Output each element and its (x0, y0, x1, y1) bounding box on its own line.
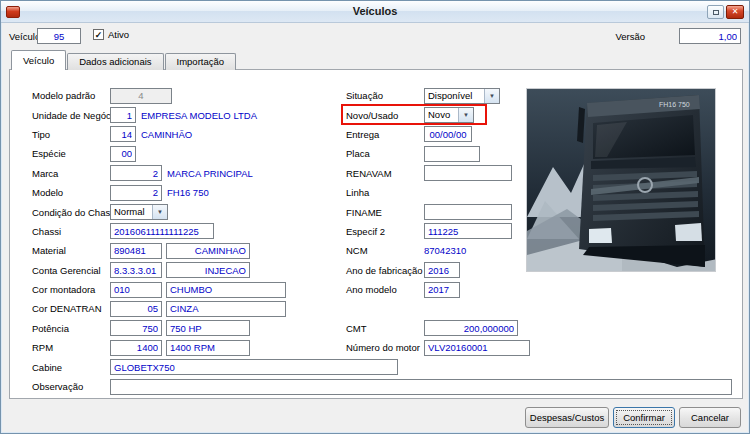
condicao-chassi-label: Condição do Chassi (32, 207, 110, 218)
vehicle-photo: FH16 750 (526, 88, 716, 272)
confirmar-button[interactable]: Confirmar (613, 407, 675, 428)
situacao-select[interactable]: Disponível ▼ (424, 88, 500, 104)
modelo-padrao-label: Modelo padrão (32, 90, 110, 101)
situacao-value: Disponível (425, 89, 484, 103)
material-label: Material (32, 245, 110, 256)
maximize-button[interactable] (707, 5, 724, 19)
conta-gerencial-desc-input[interactable] (166, 262, 250, 278)
material-desc-input[interactable] (166, 243, 250, 259)
tab-bar: Veículo Dados adicionais Importação (11, 50, 237, 70)
conta-gerencial-label: Conta Gerencial (32, 265, 110, 276)
renavam-input[interactable] (424, 165, 512, 181)
tab-veiculo[interactable]: Veículo (11, 50, 66, 70)
especif2-input[interactable] (424, 223, 512, 239)
close-button[interactable]: ✕ (726, 5, 744, 19)
truck-image: FH16 750 (527, 89, 716, 272)
tab-importacao[interactable]: Importação (165, 53, 237, 70)
cor-denatran-label: Cor DENATRAN (32, 303, 110, 314)
novo-usado-select[interactable]: Novo ▼ (424, 107, 474, 123)
ano-fabricacao-input[interactable] (424, 262, 460, 278)
modelo-desc: FH16 750 (167, 187, 209, 198)
potencia-code-input[interactable] (110, 320, 162, 336)
chevron-down-icon[interactable]: ▼ (152, 205, 167, 219)
especie-code-input[interactable] (110, 146, 136, 162)
observacao-input[interactable] (110, 379, 732, 395)
modelo-padrao-input (110, 88, 172, 104)
chassi-label: Chassi (32, 226, 110, 237)
ano-modelo-input[interactable] (424, 282, 460, 298)
vehicles-window: Veículos ✕ Veículo ✓ Ativo Versão Veícul… (0, 0, 750, 434)
marca-code-input[interactable] (110, 165, 162, 181)
entrega-input[interactable] (424, 126, 472, 142)
rpm-desc-input[interactable] (166, 340, 250, 356)
cabine-label: Cabine (32, 362, 110, 373)
cabine-input[interactable] (110, 359, 398, 375)
active-checkbox[interactable]: ✓ (93, 29, 104, 40)
cor-denatran-desc-input[interactable] (166, 301, 286, 317)
numero-motor-row: Número do motor (346, 338, 606, 357)
vehicle-id-input[interactable] (37, 28, 81, 44)
tipo-desc: CAMINHÃO (141, 129, 192, 140)
conta-gerencial-code-input[interactable] (110, 262, 162, 278)
titlebar: Veículos ✕ (1, 1, 749, 23)
tipo-label: Tipo (32, 129, 110, 140)
close-icon: ✕ (732, 7, 739, 16)
unidade-negocio-desc: EMPRESA MODELO LTDA (141, 110, 257, 121)
potencia-desc-input[interactable] (166, 320, 250, 336)
cmt-input[interactable] (424, 320, 518, 336)
marca-desc: MARCA PRINCIPAL (167, 168, 253, 179)
novo-usado-label: Novo/Usado (346, 110, 424, 121)
especie-label: Espécie (32, 148, 110, 159)
active-label: Ativo (108, 29, 129, 40)
situacao-label: Situação (346, 90, 424, 101)
check-icon: ✓ (95, 30, 103, 40)
empty-row (346, 299, 606, 318)
vehicle-tab-page: Modelo padrão Unidade de Negócio EMPRESA… (9, 69, 743, 399)
observacao-row: Observação (32, 377, 732, 396)
unidade-negocio-label: Unidade de Negócio (32, 110, 110, 121)
ncm-label: NCM (346, 245, 424, 256)
cancelar-button[interactable]: Cancelar (679, 407, 741, 428)
cmt-label: CMT (346, 323, 424, 334)
version-label: Versão (615, 31, 645, 42)
numero-motor-input[interactable] (424, 340, 530, 356)
marca-label: Marca (32, 168, 110, 179)
despesas-custos-button[interactable]: Despesas/Custos (525, 407, 609, 428)
vehicle-id-label: Veículo (9, 31, 40, 42)
chevron-down-icon[interactable]: ▼ (484, 89, 499, 103)
truck-badge: FH16 750 (659, 101, 690, 108)
cor-denatran-code-input[interactable] (110, 301, 162, 317)
modelo-label: Modelo (32, 187, 110, 198)
window-title: Veículos (1, 5, 749, 17)
condicao-chassi-select[interactable]: Normal ▼ (110, 204, 168, 220)
ncm-value: 87042310 (424, 245, 466, 256)
entrega-label: Entrega (346, 129, 424, 140)
ano-modelo-row: Ano modelo (346, 280, 606, 299)
finame-label: FINAME (346, 207, 424, 218)
ano-fabricacao-label: Ano de fabricação (346, 265, 424, 276)
placa-input[interactable] (424, 146, 480, 162)
chassi-input[interactable] (110, 223, 214, 239)
condicao-chassi-value: Normal (111, 205, 152, 219)
potencia-label: Potência (32, 323, 110, 334)
unidade-negocio-code-input[interactable] (110, 107, 136, 123)
finame-input[interactable] (424, 204, 512, 220)
active-checkbox-group: ✓ Ativo (93, 29, 129, 40)
modelo-code-input[interactable] (110, 185, 162, 201)
cor-montadora-desc-input[interactable] (166, 282, 286, 298)
observacao-label: Observação (32, 381, 110, 392)
tab-dados-adicionais[interactable]: Dados adicionais (67, 53, 163, 70)
cmt-row: CMT (346, 319, 606, 338)
maximize-icon (713, 10, 719, 15)
chevron-down-icon[interactable]: ▼ (458, 108, 473, 122)
numero-motor-label: Número do motor (346, 342, 424, 353)
cor-montadora-code-input[interactable] (110, 282, 162, 298)
tipo-code-input[interactable] (110, 126, 136, 142)
cor-montadora-label: Cor montadora (32, 284, 110, 295)
especif2-label: Especif 2 (346, 226, 424, 237)
material-code-input[interactable] (110, 243, 162, 259)
version-input[interactable] (679, 28, 741, 44)
novo-usado-value: Novo (425, 108, 458, 122)
rpm-label: RPM (32, 342, 110, 353)
rpm-code-input[interactable] (110, 340, 162, 356)
